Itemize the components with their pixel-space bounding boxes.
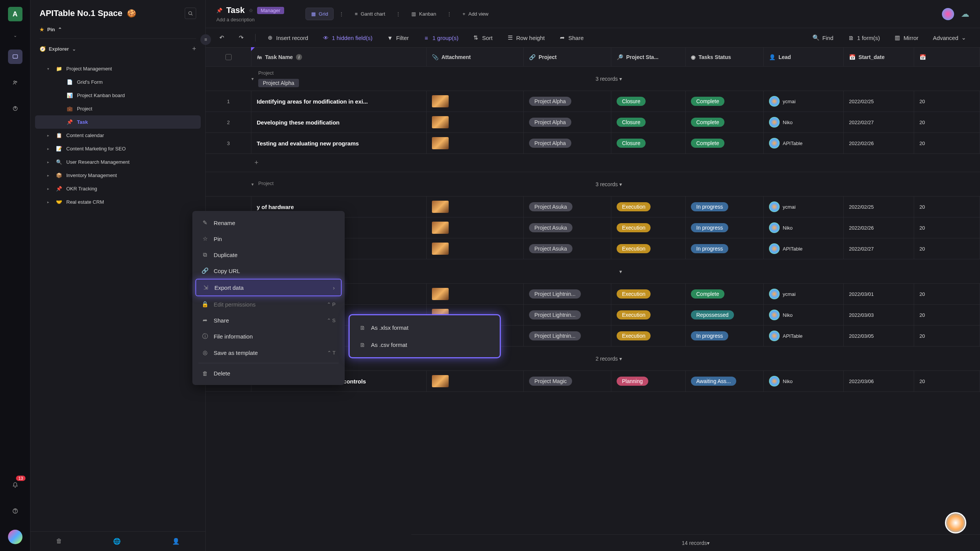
advanced-button[interactable]: Advanced ⌄ (930, 33, 969, 43)
column-project-status[interactable]: 🔎Project Sta... (611, 48, 686, 66)
assistant-avatar[interactable] (945, 512, 966, 533)
undo-button[interactable]: ↶ (216, 33, 227, 43)
menu-item[interactable]: ⓘFile information (195, 328, 342, 345)
insert-record-button[interactable]: ⊕Insert record (264, 33, 311, 43)
attachment-thumbnail[interactable] (432, 95, 449, 107)
cell-attachment[interactable] (427, 196, 524, 217)
column-more[interactable]: 📅 (914, 48, 980, 66)
cell-extra[interactable]: 20 (914, 112, 980, 133)
column-task-name[interactable]: 🗛Task Namei (251, 48, 427, 66)
attachment-thumbnail[interactable] (432, 222, 449, 234)
cell-task-name[interactable]: Testing and evaluating new programs (251, 133, 427, 153)
cell-start-date[interactable]: 2022/03/01 (844, 284, 914, 304)
workspace-avatar[interactable]: A (8, 7, 22, 21)
nav-home-icon[interactable] (8, 50, 22, 64)
cell-project-status[interactable]: Execution (611, 305, 686, 325)
tree-item[interactable]: 📊Project Kanban board (35, 89, 201, 102)
menu-item[interactable]: ◎Save as template⌃ T (195, 345, 342, 361)
group-header[interactable]: ▾ Project Project Alpha 3 records ▾ (206, 67, 980, 91)
cell-extra[interactable]: 20 (914, 133, 980, 153)
explorer-label[interactable]: Explorer (49, 46, 69, 52)
cell-project[interactable]: Project Alpha (524, 91, 611, 112)
view-tab[interactable]: ≡Gantt chart (349, 8, 390, 20)
view-tab[interactable]: ▥Kanban (406, 8, 441, 20)
column-project[interactable]: 🔗Project (524, 48, 611, 66)
cell-attachment[interactable] (427, 133, 524, 153)
column-task-status[interactable]: ◉Tasks Status (686, 48, 764, 66)
share-button[interactable]: ➦Share (556, 33, 587, 43)
tree-item[interactable]: 📄Grid's Form (35, 75, 201, 89)
cell-lead[interactable]: Niko (764, 371, 844, 391)
add-view-button[interactable]: +Add view (457, 8, 494, 20)
cell-lead[interactable]: ycmai (764, 284, 844, 304)
cell-lead[interactable]: ycmai (764, 91, 844, 112)
attachment-thumbnail[interactable] (432, 137, 449, 149)
attachment-thumbnail[interactable] (432, 201, 449, 213)
cell-start-date[interactable]: 2022/02/27 (844, 112, 914, 133)
cell-project[interactable]: Project Magic (524, 371, 611, 391)
cell-project-status[interactable]: Execution (611, 284, 686, 304)
nav-members-icon[interactable] (8, 75, 22, 90)
cell-lead[interactable]: APITable (764, 238, 844, 259)
cell-project[interactable]: Project Asuka (524, 196, 611, 217)
cell-project[interactable]: Project Lightnin... (524, 326, 611, 346)
attachment-thumbnail[interactable] (432, 116, 449, 128)
cell-project-status[interactable]: Execution (611, 217, 686, 238)
cell-task-status[interactable]: In progress (686, 326, 764, 346)
cell-task-status[interactable]: Repossessed (686, 305, 764, 325)
cell-project-status[interactable]: Execution (611, 326, 686, 346)
menu-item[interactable]: 🗑Delete (195, 366, 342, 381)
column-attachment[interactable]: 📎Attachment (427, 48, 524, 66)
collaborator-avatar[interactable] (942, 8, 954, 20)
view-tab-more-icon[interactable]: ⋮ (393, 11, 403, 17)
notifications-icon[interactable]: 13 (8, 478, 22, 492)
cell-project[interactable]: Project Lightnin... (524, 284, 611, 304)
tree-item[interactable]: ▸📝Content Marketing for SEO (35, 142, 201, 155)
cell-attachment[interactable] (427, 371, 524, 391)
filter-button[interactable]: ▼Filter (384, 33, 412, 43)
cell-extra[interactable]: 20 (914, 238, 980, 259)
tree-item[interactable]: ▸📋Content calendar (35, 129, 201, 142)
menu-item[interactable]: ✎Rename (195, 215, 342, 231)
cell-project-status[interactable]: Execution (611, 238, 686, 259)
cell-project-status[interactable]: Execution (611, 196, 686, 217)
cell-project[interactable]: Project Asuka (524, 238, 611, 259)
cell-task-status[interactable]: Complete (686, 112, 764, 133)
menu-item[interactable]: ⧉Duplicate (195, 247, 342, 263)
description-placeholder[interactable]: Add a description (216, 17, 284, 22)
group-header[interactable]: ▾ Project 3 records ▾ (206, 172, 980, 196)
cell-project-status[interactable]: Closure (611, 112, 686, 133)
cell-project-status[interactable]: Closure (611, 91, 686, 112)
row-height-button[interactable]: ☰Row height (504, 33, 548, 43)
nav-explore-icon[interactable] (8, 101, 22, 116)
search-button[interactable] (185, 8, 196, 19)
cell-attachment[interactable] (427, 217, 524, 238)
cell-lead[interactable]: Niko (764, 305, 844, 325)
cell-extra[interactable]: 20 (914, 326, 980, 346)
view-tab-more-icon[interactable]: ⋮ (444, 11, 454, 17)
menu-item[interactable]: 🔗Copy URL (195, 263, 342, 279)
column-start-date[interactable]: 📅Start_date (844, 48, 914, 66)
cell-attachment[interactable] (427, 112, 524, 133)
cell-task-status[interactable]: Complete (686, 91, 764, 112)
cell-project-status[interactable]: Closure (611, 133, 686, 153)
planet-icon[interactable]: 🌐 (113, 538, 121, 545)
info-icon[interactable]: i (296, 54, 302, 60)
cell-start-date[interactable]: 2022/03/05 (844, 326, 914, 346)
table-row[interactable]: 1 Identifying areas for modification in … (206, 91, 980, 112)
table-row[interactable]: 2 Developing these modification Project … (206, 112, 980, 133)
cell-attachment[interactable] (427, 284, 524, 304)
datasheet-title[interactable]: Task (226, 5, 245, 15)
cell-extra[interactable]: 20 (914, 305, 980, 325)
group-button[interactable]: ≡1 group(s) (420, 33, 461, 43)
cell-project[interactable]: Project Asuka (524, 217, 611, 238)
cell-start-date[interactable]: 2022/03/06 (844, 371, 914, 391)
view-tab-more-icon[interactable]: ⋮ (337, 11, 346, 17)
invite-icon[interactable]: 👤 (172, 538, 180, 545)
cell-extra[interactable]: 20 (914, 196, 980, 217)
table-row[interactable]: 3 Testing and evaluating new programs Pr… (206, 133, 980, 154)
select-all-checkbox[interactable] (225, 54, 232, 60)
cell-start-date[interactable]: 2022/03/03 (844, 305, 914, 325)
cell-extra[interactable]: 20 (914, 91, 980, 112)
menu-item[interactable]: ⇲Export data› (195, 279, 342, 296)
